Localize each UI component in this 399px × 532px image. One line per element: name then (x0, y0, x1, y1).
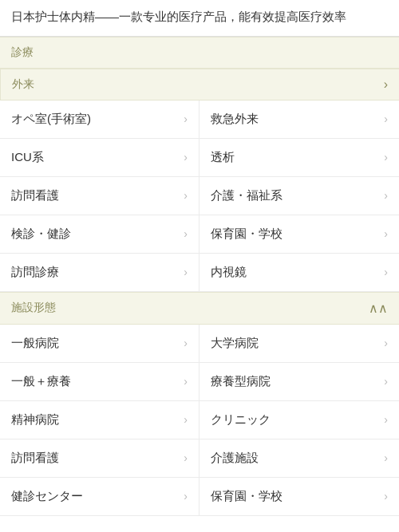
menu-item-text: 検診・健診 (11, 227, 177, 242)
menu-item-clinic[interactable]: クリニック › (200, 401, 399, 439)
menu-item-kyukugaira[interactable]: 救急外来 › (200, 100, 399, 139)
section-label-shisetsu: 施設形態 (11, 301, 56, 315)
menu-item-text: 透析 (211, 150, 377, 165)
menu-item-hoikuen2[interactable]: 保育園・学校 › (200, 478, 399, 516)
top-header-row: 診療 外来 › (0, 37, 399, 100)
menu-item-operoom[interactable]: オペ室(手術室) › (0, 100, 200, 139)
chevron-icon: › (384, 151, 388, 164)
menu-item-text: 保育園・学校 (211, 227, 377, 242)
menu-item-text: ICU系 (11, 150, 177, 165)
menu-item-text: 精神病院 (11, 412, 177, 428)
menu-item-houmonshinryo[interactable]: 訪問診療 › (0, 254, 200, 292)
section-label-shinryo: 診療 (11, 45, 34, 60)
chevron-icon: › (384, 337, 388, 349)
chevron-icon: › (384, 413, 388, 426)
menu-item-text: 訪問看護 (11, 188, 177, 203)
facility-section: 施設形態 ∧ 一般病院 › 大学病院 › 一般＋療養 › 療養型病院 › 精神病… (0, 292, 399, 516)
chevron-icon: › (184, 451, 188, 464)
menu-container: 診療 外来 › オペ室(手術室) › 救急外来 › ICU系 › 透析 › 訪問… (0, 37, 399, 516)
chevron-icon: › (184, 413, 188, 426)
chevron-shisetsu-icon: ∧ (369, 301, 388, 316)
banner-text: 日本护士体内精——一款专业的医疗产品，能有效提高医疗效率 (11, 10, 346, 23)
chevron-icon: › (184, 266, 188, 278)
chevron-icon: › (384, 112, 388, 125)
menu-item-ippan-ryoyo[interactable]: 一般＋療養 › (0, 363, 200, 401)
chevron-icon: › (184, 227, 188, 240)
menu-item-text: 内視鏡 (211, 265, 377, 280)
chevron-icon: › (384, 189, 388, 202)
menu-item-kaigo[interactable]: 介護・福祉系 › (200, 177, 399, 215)
menu-item-text: 一般病院 (11, 336, 177, 351)
menu-item-text: 介護・福祉系 (211, 188, 377, 203)
chevron-icon: › (184, 189, 188, 202)
section-shinryo-items: オペ室(手術室) › 救急外来 › ICU系 › 透析 › 訪問看護 › 介護・… (0, 100, 399, 292)
chevron-icon: › (184, 490, 188, 502)
menu-item-ryoyo-byoin[interactable]: 療養型病院 › (200, 363, 399, 401)
chevron-icon: › (184, 151, 188, 164)
menu-item-ippanbyoin[interactable]: 一般病院 › (0, 325, 200, 363)
section-header-shinryo[interactable]: 診療 (0, 37, 399, 69)
chevron-icon: › (384, 451, 388, 464)
menu-item-text: クリニック (211, 412, 377, 428)
menu-item-text: 保育園・学校 (211, 489, 377, 504)
menu-item-text: 訪問診療 (11, 265, 177, 280)
menu-item-hoikuen[interactable]: 保育園・学校 › (200, 215, 399, 254)
menu-item-text: 療養型病院 (211, 374, 377, 389)
section-header-shisetsu[interactable]: 施設形態 ∧ (0, 292, 399, 325)
menu-item-houmonkango1[interactable]: 訪問看護 › (0, 177, 200, 215)
menu-item-kaigo-shisetsu[interactable]: 介護施設 › (200, 439, 399, 478)
menu-item-text: オペ室(手術室) (11, 112, 177, 127)
chevron-icon: › (384, 266, 388, 278)
menu-item-text: 一般＋療養 (11, 374, 177, 389)
chevron-icon: › (384, 375, 388, 388)
menu-item-daigakubyoin[interactable]: 大学病院 › (200, 325, 399, 363)
menu-item-toseki[interactable]: 透析 › (200, 139, 399, 177)
menu-item-houmonkango2[interactable]: 訪問看護 › (0, 439, 200, 478)
menu-item-text: 訪問看護 (11, 451, 177, 466)
chevron-icon: › (184, 112, 188, 125)
chevron-icon: › (384, 490, 388, 502)
menu-item-kenshin[interactable]: 検診・健診 › (0, 215, 200, 254)
menu-item-icu[interactable]: ICU系 › (0, 139, 200, 177)
menu-item-seishinbyoin[interactable]: 精神病院 › (0, 401, 200, 439)
menu-item-text: 介護施設 (211, 451, 377, 466)
menu-item-naishikyo[interactable]: 内視鏡 › (200, 254, 399, 292)
chevron-icon: › (184, 337, 188, 349)
chevron-icon: › (184, 375, 188, 388)
menu-item-text: 大学病院 (211, 336, 377, 351)
chevron-icon: › (384, 227, 388, 240)
menu-item-kenshin-center[interactable]: 健診センター › (0, 478, 200, 516)
chevron-gaira-icon: › (384, 77, 388, 92)
menu-item-text: 健診センター (11, 489, 177, 504)
menu-item-text: 救急外来 (211, 112, 377, 127)
banner: 日本护士体内精——一款专业的医疗产品，能有效提高医疗效率 (0, 0, 399, 37)
section-header-gairaiy[interactable]: 外来 › (0, 69, 399, 100)
section-label-gaira: 外来 (12, 77, 34, 92)
